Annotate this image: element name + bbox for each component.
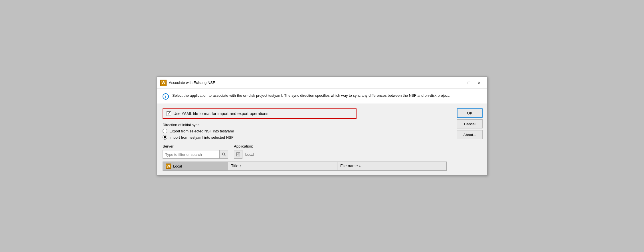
info-text: Select the application to associate with… bbox=[172, 93, 450, 98]
server-item-label: Local bbox=[173, 164, 182, 168]
server-list-item[interactable]: W Local bbox=[163, 162, 228, 171]
search-icon bbox=[222, 152, 226, 157]
server-app-row: Server: Application: bbox=[163, 144, 447, 159]
main-content: Use YAML file format for import and expo… bbox=[157, 104, 452, 175]
yaml-checkbox-label: Use YAML file format for import and expo… bbox=[173, 111, 268, 116]
export-radio-label: Export from selected NSF into testyaml bbox=[169, 129, 234, 133]
col-filename[interactable]: File name ∧ bbox=[337, 162, 446, 170]
import-radio-label: Import from testyaml into selected NSF bbox=[169, 135, 234, 140]
col-title[interactable]: Title ∧ bbox=[228, 162, 337, 170]
svg-point-0 bbox=[222, 153, 224, 155]
svg-line-1 bbox=[224, 155, 226, 156]
search-input[interactable] bbox=[163, 150, 220, 159]
table-header: Title ∧ File name ∧ bbox=[228, 162, 446, 170]
table-area: W Local Title ∧ File name ∧ bbox=[163, 162, 447, 171]
import-radio-row: Import from testyaml into selected NSF bbox=[163, 135, 447, 140]
dialog-body: Use YAML file format for import and expo… bbox=[157, 104, 487, 175]
export-radio[interactable] bbox=[163, 129, 167, 133]
minimize-button[interactable]: — bbox=[454, 79, 463, 86]
info-bar: i Select the application to associate wi… bbox=[157, 89, 487, 104]
export-radio-row: Export from selected NSF into testyaml bbox=[163, 129, 447, 133]
direction-label: Direction of initial sync: bbox=[163, 123, 447, 127]
sort-icon-title: ∧ bbox=[240, 164, 242, 168]
window-controls: — □ ✕ bbox=[454, 79, 484, 86]
app-icon: W bbox=[160, 80, 167, 86]
app-navigate-button[interactable] bbox=[234, 150, 242, 159]
dialog-window: W Associate with Existing NSF — □ ✕ i Se… bbox=[157, 76, 487, 176]
close-button[interactable]: ✕ bbox=[475, 79, 484, 86]
search-row bbox=[163, 150, 228, 159]
info-icon: i bbox=[163, 93, 169, 100]
server-item-icon: W bbox=[166, 164, 171, 169]
ok-button[interactable]: OK bbox=[457, 108, 483, 118]
application-label: Application: bbox=[234, 144, 447, 148]
app-toolbar: Local bbox=[234, 150, 447, 159]
import-radio[interactable] bbox=[163, 135, 167, 140]
server-section: Server: bbox=[163, 144, 228, 159]
app-location: Local bbox=[245, 152, 254, 157]
app-table: Title ∧ File name ∧ bbox=[228, 162, 447, 171]
dialog-title: Associate with Existing NSF bbox=[169, 80, 454, 85]
search-button[interactable] bbox=[220, 150, 228, 159]
yaml-checkbox-row: Use YAML file format for import and expo… bbox=[163, 108, 357, 119]
server-list: W Local bbox=[163, 162, 228, 171]
navigate-icon bbox=[236, 152, 240, 157]
sort-icon-filename: ∧ bbox=[359, 164, 361, 168]
cancel-button[interactable]: Cancel bbox=[457, 119, 483, 128]
title-bar: W Associate with Existing NSF — □ ✕ bbox=[157, 77, 487, 89]
maximize-button[interactable]: □ bbox=[464, 79, 473, 86]
server-label: Server: bbox=[163, 144, 228, 148]
app-section: Application: Local bbox=[234, 144, 447, 159]
yaml-checkbox[interactable] bbox=[167, 111, 171, 116]
about-button[interactable]: About... bbox=[457, 130, 483, 139]
side-buttons: OK Cancel About... bbox=[452, 104, 487, 175]
